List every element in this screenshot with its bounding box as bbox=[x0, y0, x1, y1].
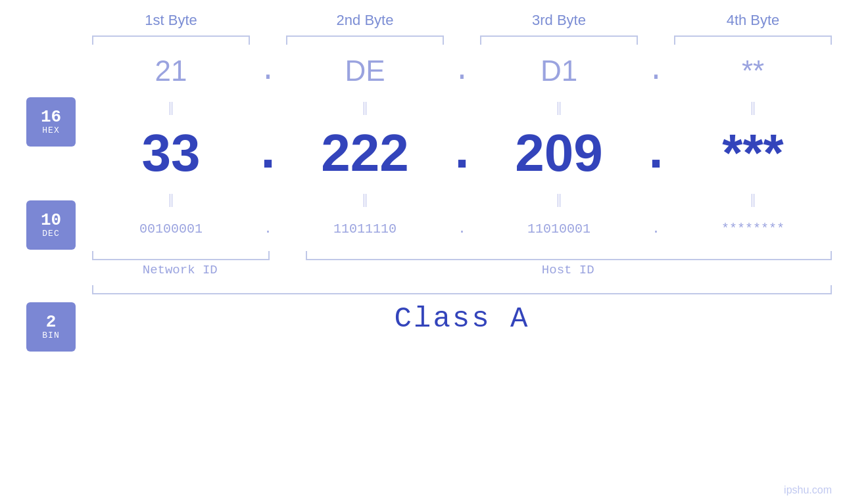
page: 16 HEX 10 DEC 2 BIN 1st Byte 2nd Byte 3r… bbox=[0, 0, 845, 504]
dec-badge-label: DEC bbox=[42, 229, 59, 239]
dec-dot-2: . bbox=[444, 124, 480, 183]
bin-byte1: 00100001 bbox=[92, 221, 250, 237]
hex-dot-3: . bbox=[638, 55, 674, 87]
class-label: Class A bbox=[92, 302, 832, 335]
hex-byte1: 21 bbox=[92, 55, 250, 87]
dot-spacer-3 bbox=[638, 12, 674, 29]
bin-byte3: 11010001 bbox=[480, 221, 638, 237]
bracket-gap bbox=[270, 251, 306, 260]
dec-row: 33 . 222 . 209 . *** bbox=[92, 117, 832, 189]
bin-badge-number: 2 bbox=[46, 313, 57, 331]
eq-2-b1: ‖ bbox=[92, 191, 250, 207]
top-bracket-1 bbox=[92, 35, 250, 45]
dot-spacer-1 bbox=[250, 12, 286, 29]
eq-2-b4: ‖ bbox=[674, 191, 832, 207]
eq-2-b3: ‖ bbox=[480, 191, 638, 207]
eq-1-b4: ‖ bbox=[674, 99, 832, 115]
host-id-label: Host ID bbox=[304, 263, 833, 277]
dec-dot-1: . bbox=[250, 124, 286, 183]
top-bracket-2 bbox=[286, 35, 444, 45]
dot-spacer-2 bbox=[444, 12, 480, 29]
hex-dot-2: . bbox=[444, 55, 480, 87]
bin-dot-3: . bbox=[638, 221, 674, 237]
id-label-gap bbox=[268, 263, 304, 277]
dec-badge: 10 DEC bbox=[26, 200, 76, 250]
id-labels-row: Network ID Host ID bbox=[92, 263, 832, 277]
top-bracket-3 bbox=[480, 35, 638, 45]
dec-byte4: *** bbox=[674, 123, 832, 183]
eq-2-b2: ‖ bbox=[286, 191, 444, 207]
equals-row-2: ‖ ‖ ‖ ‖ bbox=[92, 189, 832, 209]
bin-dot-1: . bbox=[250, 221, 286, 237]
byte1-header: 1st Byte bbox=[92, 12, 250, 29]
hex-badge: 16 HEX bbox=[26, 97, 76, 147]
bottom-brackets bbox=[92, 251, 832, 260]
bracket-spacer-1 bbox=[250, 35, 286, 45]
bin-byte4: ******** bbox=[674, 221, 832, 237]
eq-1-b1: ‖ bbox=[92, 99, 250, 115]
eq-1-b3: ‖ bbox=[480, 99, 638, 115]
hex-byte2: DE bbox=[286, 55, 444, 87]
column-headers: 1st Byte 2nd Byte 3rd Byte 4th Byte bbox=[92, 12, 832, 29]
watermark: ipshu.com bbox=[784, 484, 832, 496]
network-id-label: Network ID bbox=[92, 263, 268, 277]
byte4-header: 4th Byte bbox=[674, 12, 832, 29]
top-bracket-4 bbox=[674, 35, 832, 45]
dec-byte1: 33 bbox=[92, 123, 250, 183]
bin-badge: 2 BIN bbox=[26, 302, 76, 352]
equals-row-1: ‖ ‖ ‖ ‖ bbox=[92, 97, 832, 117]
top-brackets bbox=[92, 35, 832, 45]
bin-byte2: 11011110 bbox=[286, 221, 444, 237]
hex-byte4: ** bbox=[674, 55, 832, 87]
hex-badge-label: HEX bbox=[42, 126, 59, 135]
hex-badge-number: 16 bbox=[41, 108, 61, 126]
host-bracket bbox=[306, 251, 833, 260]
dec-dot-3: . bbox=[638, 124, 674, 183]
dec-byte3: 209 bbox=[480, 123, 638, 183]
hex-dot-1: . bbox=[250, 55, 286, 87]
bracket-spacer-3 bbox=[638, 35, 674, 45]
hex-byte3: D1 bbox=[480, 55, 638, 87]
byte3-header: 3rd Byte bbox=[480, 12, 638, 29]
network-bracket bbox=[92, 251, 270, 260]
bin-dot-2: . bbox=[444, 221, 480, 237]
bin-row: 00100001 . 11011110 . 11010001 . *******… bbox=[92, 209, 832, 248]
byte2-header: 2nd Byte bbox=[286, 12, 444, 29]
dec-badge-number: 10 bbox=[41, 212, 61, 229]
eq-1-b2: ‖ bbox=[286, 99, 444, 115]
bracket-spacer-2 bbox=[444, 35, 480, 45]
dec-byte2: 222 bbox=[286, 123, 444, 183]
full-bottom-bracket bbox=[92, 285, 832, 294]
bin-badge-label: BIN bbox=[42, 331, 59, 340]
hex-row: 21 . DE . D1 . ** bbox=[92, 45, 832, 97]
